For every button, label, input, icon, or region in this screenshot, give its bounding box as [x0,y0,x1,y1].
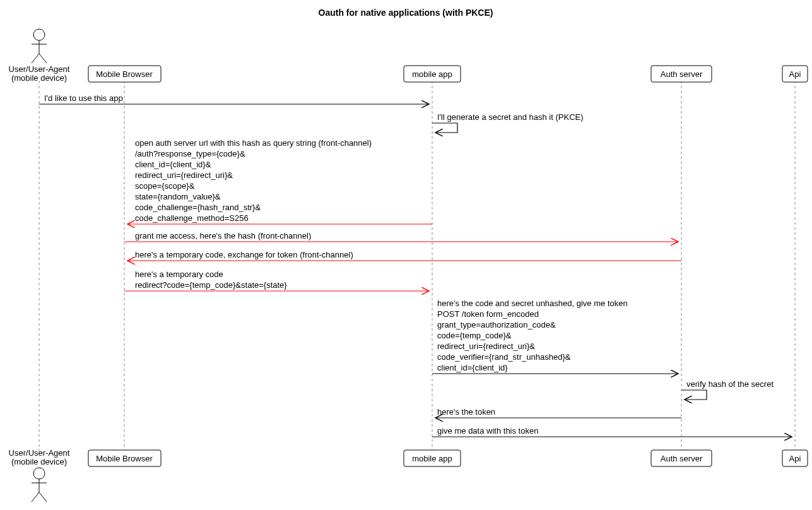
participant-auth-bottom: Auth server [651,450,712,466]
participant-api-bottom: Api [782,450,808,466]
svg-line-20 [32,492,39,502]
svg-text:/auth?response_type={code}&: /auth?response_type={code}& [135,149,245,158]
svg-point-0 [33,29,45,40]
svg-text:redirect?code={temp_code}&stat: redirect?code={temp_code}&state={state} [135,280,287,290]
svg-text:(mobile device): (mobile device) [11,457,67,466]
svg-line-21 [39,492,47,502]
svg-text:redirect_uri={redirect_uri}&: redirect_uri={redirect_uri}& [135,170,233,180]
diagram-title: Oauth for native applications (with PKCE… [319,8,493,18]
participant-app-bottom: mobile app [404,450,461,466]
svg-text:client_id={client_id}&: client_id={client_id}& [135,160,211,169]
participant-auth-top: Auth server [651,66,712,82]
actor-bottom: User/User-Agent (mobile device) [9,448,70,502]
msg-get-data: give me data with this token [437,426,538,436]
svg-text:mobile app: mobile app [412,69,452,79]
svg-text:here's a temporary code: here's a temporary code [135,270,223,279]
svg-text:code_challenge={hash_rand_str}: code_challenge={hash_rand_str}& [135,203,261,212]
svg-text:Mobile Browser: Mobile Browser [96,454,153,463]
msg-use-app: I'd like to use this app [44,93,123,103]
svg-text:grant_type=authorization_code&: grant_type=authorization_code& [437,320,556,329]
msg-open-auth-url: open auth server url with this hash as q… [135,138,372,223]
svg-text:Auth server: Auth server [661,454,703,463]
msg-verify-hash: verify hash of the secret [686,379,774,389]
arrow-self-verify [681,390,707,400]
svg-text:Api: Api [789,69,801,79]
svg-line-4 [39,54,47,63]
svg-text:client_id={client_id}: client_id={client_id} [437,363,508,372]
svg-text:Auth server: Auth server [661,69,703,79]
svg-text:code={temp_code}&: code={temp_code}& [437,331,512,340]
msg-generate-secret: I'll generate a secret and hash it (PKCE… [437,112,584,122]
msg-redirect-temp-code: here's a temporary code redirect?code={t… [135,270,287,290]
svg-text:User/User-Agent: User/User-Agent [9,64,70,74]
svg-text:code_challenge_method=S256: code_challenge_method=S256 [135,213,249,223]
svg-text:scope={scope}&: scope={scope}& [135,181,195,191]
participant-browser-bottom: Mobile Browser [88,450,161,466]
arrow-self-pkce [432,123,457,133]
msg-temp-code-back: here's a temporary code, exchange for to… [135,250,353,259]
msg-token-request: here's the code and secret unhashed, giv… [437,299,628,372]
msg-token: here's the token [437,407,495,417]
participant-app-top: mobile app [404,66,461,82]
svg-text:open auth server url with this: open auth server url with this hash as q… [135,138,372,148]
svg-text:Api: Api [789,454,801,463]
svg-text:POST /token form_encoded: POST /token form_encoded [437,309,539,319]
msg-grant-access: grant me access, here's the hash (front-… [135,231,311,240]
participant-api-top: Api [782,66,808,82]
svg-text:(mobile device): (mobile device) [11,73,67,83]
svg-text:state={random_value}&: state={random_value}& [135,192,221,201]
svg-line-3 [32,54,39,63]
svg-text:here's the code and secret unh: here's the code and secret unhashed, giv… [437,299,628,308]
svg-point-17 [33,468,45,479]
svg-text:mobile app: mobile app [412,454,452,463]
actor-top: User/User-Agent (mobile device) [9,29,70,83]
svg-text:code_verifier={rand_str_unhash: code_verifier={rand_str_unhashed}& [437,352,571,362]
sequence-diagram: Oauth for native applications (with PKCE… [0,0,812,510]
participant-browser-top: Mobile Browser [88,66,161,82]
svg-text:Mobile Browser: Mobile Browser [96,69,153,79]
svg-text:redirect_uri={redirect_uri}&: redirect_uri={redirect_uri}& [437,341,535,351]
svg-text:User/User-Agent: User/User-Agent [9,448,70,458]
